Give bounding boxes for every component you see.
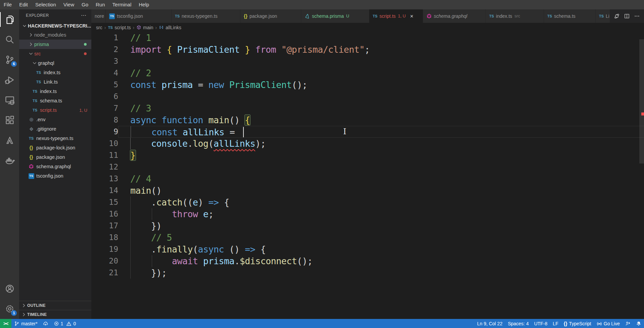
line-number[interactable]: 10 — [91, 138, 118, 149]
activity-remote-explorer[interactable] — [0, 90, 19, 110]
menu-item-go[interactable]: Go — [78, 0, 92, 9]
explorer-more-actions-button[interactable]: ⋯ — [81, 12, 87, 18]
code-line-6[interactable]: 6 — [91, 91, 644, 102]
status-indentation[interactable]: Spaces: 4 — [505, 319, 531, 328]
breadcrumb-item-main[interactable]: main — [136, 25, 153, 30]
menu-item-file[interactable]: File — [0, 0, 15, 9]
explorer-item-graphql[interactable]: graphql — [19, 58, 91, 68]
line-number[interactable]: 8 — [91, 114, 118, 126]
breadcrumb-item-src[interactable]: src — [96, 25, 102, 30]
tab-schema.graphql[interactable]: schema.graphql — [423, 9, 486, 23]
status-remote[interactable]: >< — [0, 319, 11, 328]
tab-schema.prisma[interactable]: schema.prismaU — [301, 9, 369, 23]
activity-explorer[interactable] — [0, 9, 19, 30]
line-number[interactable]: 6 — [91, 91, 118, 102]
code-line-16[interactable]: 16 throw e; — [91, 208, 644, 220]
line-number[interactable]: 2 — [91, 44, 118, 55]
explorer-item-link.ts[interactable]: TSLink.ts — [19, 77, 91, 87]
open-changes-button[interactable] — [612, 12, 621, 20]
tab-script.ts[interactable]: TSscript.ts1, U✕ — [369, 9, 423, 23]
more-actions-button[interactable] — [633, 12, 641, 20]
explorer-item-.env[interactable]: .env — [19, 115, 91, 124]
line-number[interactable]: 18 — [91, 232, 118, 243]
status-cursor-position[interactable]: Ln 9, Col 22 — [474, 319, 505, 328]
code-line-2[interactable]: 2import { PrismaClient } from "@prisma/c… — [91, 44, 644, 55]
line-number[interactable]: 14 — [91, 185, 118, 196]
explorer-item-schema.ts[interactable]: TSschema.ts — [19, 96, 91, 105]
code-editor[interactable]: 1// 12import { PrismaClient } from "@pri… — [91, 32, 644, 319]
explorer-item-node-modules[interactable]: node_modules — [19, 30, 91, 40]
code-line-14[interactable]: 14main() — [91, 185, 644, 196]
activity-source-control[interactable]: 6 — [0, 50, 19, 70]
code-line-7[interactable]: 7// 3 — [91, 102, 644, 114]
tab-nexus-typegen.ts[interactable]: TSnexus-typegen.ts — [172, 9, 240, 23]
tab-nore[interactable]: nore — [91, 9, 106, 23]
split-editor-button[interactable] — [623, 12, 631, 20]
code-line-8[interactable]: 8async function main() { — [91, 114, 644, 126]
code-line-20[interactable]: 20 await prisma.$disconnect(); — [91, 255, 644, 267]
activity-azure[interactable] — [0, 130, 19, 150]
code-line-17[interactable]: 17 }) — [91, 220, 644, 232]
code-line-10[interactable]: 10 console.log(allLinks); — [91, 138, 644, 149]
status-eol[interactable]: LF — [550, 319, 561, 328]
breadcrumb-item-alllinks[interactable]: allLinks — [159, 25, 181, 30]
line-number[interactable]: 21 — [91, 267, 118, 279]
close-icon[interactable]: ✕ — [409, 13, 415, 19]
explorer-item-schema.graphql[interactable]: schema.graphql — [19, 162, 91, 171]
code-line-3[interactable]: 3 — [91, 55, 644, 67]
line-number[interactable]: 12 — [91, 161, 118, 173]
code-line-12[interactable]: 12 — [91, 161, 644, 173]
menu-item-help[interactable]: Help — [135, 0, 153, 9]
code-line-11[interactable]: 11} — [91, 149, 644, 161]
code-line-13[interactable]: 13// 4 — [91, 173, 644, 185]
explorer-item-index.ts[interactable]: TSindex.ts — [19, 68, 91, 77]
status-problems[interactable]: 10 — [51, 319, 79, 328]
line-number[interactable]: 5 — [91, 79, 118, 91]
line-number[interactable]: 17 — [91, 220, 118, 232]
line-number[interactable]: 20 — [91, 255, 118, 267]
menu-item-selection[interactable]: Selection — [32, 0, 60, 9]
activity-extensions[interactable] — [0, 110, 19, 130]
scrollbar-slider[interactable] — [639, 39, 644, 163]
editor-scrollbar[interactable] — [639, 32, 644, 319]
tab-schema.ts[interactable]: TSschema.ts — [544, 9, 596, 23]
menu-item-terminal[interactable]: Terminal — [109, 0, 135, 9]
activity-run-and-debug[interactable] — [0, 70, 19, 90]
tab-package.json[interactable]: {}package.json — [240, 9, 301, 23]
activity-search[interactable] — [0, 30, 19, 50]
explorer-root-folder[interactable]: HACKERNEWS-TYPESCRI... — [19, 21, 91, 30]
section-outline[interactable]: OUTLINE — [19, 301, 91, 310]
code-line-1[interactable]: 1// 1 — [91, 32, 644, 44]
section-timeline[interactable]: TIMELINE — [19, 310, 91, 319]
activity-accounts[interactable] — [0, 279, 19, 299]
explorer-item-tsconfig.json[interactable]: TStsconfig.json — [19, 171, 91, 181]
line-number[interactable]: 9 — [91, 126, 118, 138]
status-language[interactable]: {}TypeScript — [561, 319, 594, 328]
line-number[interactable]: 16 — [91, 208, 118, 220]
menu-item-view[interactable]: View — [60, 0, 78, 9]
code-line-9[interactable]: 9 const allLinks = — [91, 126, 644, 138]
code-line-19[interactable]: 19 .finally(async () => { — [91, 243, 644, 255]
breadcrumb-item-script.ts[interactable]: TSscript.ts — [108, 25, 131, 30]
explorer-item-src[interactable]: src — [19, 49, 91, 58]
line-number[interactable]: 11 — [91, 149, 118, 161]
code-line-21[interactable]: 21 }); — [91, 267, 644, 279]
line-number[interactable]: 3 — [91, 55, 118, 67]
tab-tsconfig.json[interactable]: TStsconfig.json — [106, 9, 172, 23]
explorer-item-nexus-typegen.ts[interactable]: TSnexus-typegen.ts — [19, 134, 91, 143]
tab-index.ts[interactable]: TSindex.tssrc — [486, 9, 544, 23]
line-number[interactable]: 13 — [91, 173, 118, 185]
explorer-item-script.ts[interactable]: TSscript.ts1, U — [19, 105, 91, 115]
code-line-5[interactable]: 5const prisma = new PrismaClient(); — [91, 79, 644, 91]
code-line-18[interactable]: 18 // 5 — [91, 232, 644, 243]
line-number[interactable]: 1 — [91, 32, 118, 44]
explorer-item-prisma[interactable]: prisma — [19, 40, 91, 49]
status-notifications[interactable] — [633, 319, 644, 328]
line-number[interactable]: 7 — [91, 102, 118, 114]
code-line-15[interactable]: 15 .catch((e) => { — [91, 196, 644, 208]
line-number[interactable]: 15 — [91, 196, 118, 208]
status-go-live[interactable]: Go Live — [594, 319, 623, 328]
line-number[interactable]: 19 — [91, 243, 118, 255]
status-encoding[interactable]: UTF-8 — [532, 319, 550, 328]
activity-settings[interactable]: 1 — [0, 299, 19, 319]
